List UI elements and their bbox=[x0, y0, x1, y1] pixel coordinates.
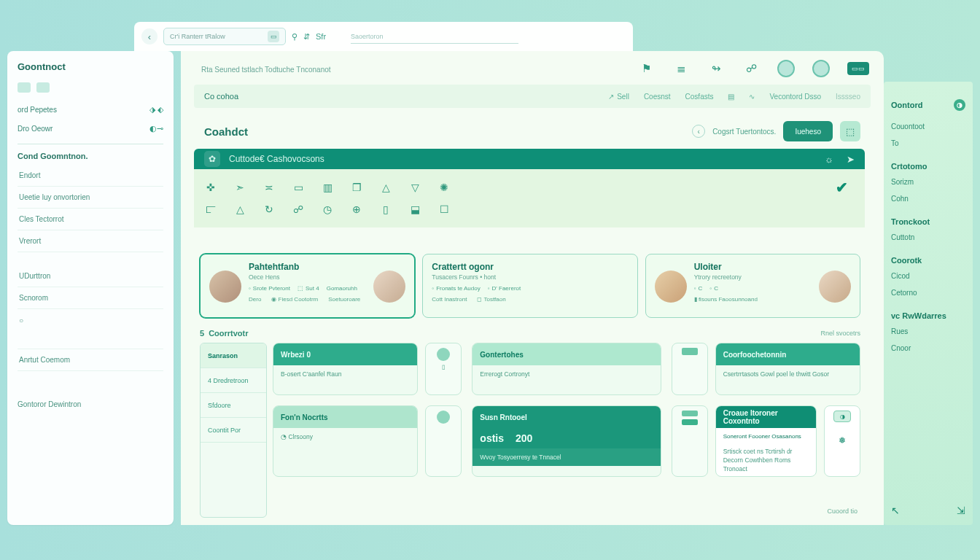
control-chip[interactable] bbox=[36, 82, 50, 93]
cart-icon[interactable]: ☍ bbox=[742, 60, 760, 77]
section-link[interactable]: Rnel svocetrs bbox=[820, 330, 860, 337]
left-list-item[interactable]: Anrtut Coemom bbox=[18, 349, 163, 371]
tile[interactable]: Coorfoochetonnin Csertrrtasots Gowl poel… bbox=[715, 343, 860, 395]
search-input[interactable]: Saoertoron bbox=[351, 29, 518, 44]
refresh-icon[interactable]: ↻ bbox=[262, 203, 276, 216]
address-cap-icon[interactable]: ▭ bbox=[268, 31, 279, 42]
context-action[interactable]: ▤ bbox=[728, 93, 734, 101]
avatar-1[interactable] bbox=[777, 60, 795, 77]
tile[interactable]: Fon'n Nocrtts ◔ Clrsoony bbox=[273, 405, 418, 477]
profile-card[interactable]: Pahtehtfanb Oece Hens ◦ Srote Pvteront ⬚… bbox=[200, 254, 415, 318]
rail-title-icon[interactable]: ◑ bbox=[954, 99, 965, 111]
flag-icon[interactable]: ⚑ bbox=[637, 60, 655, 77]
copy-icon[interactable]: ❐ bbox=[350, 181, 363, 194]
rail-item[interactable]: Cnoor bbox=[891, 340, 965, 357]
side-tile[interactable]: ▯ bbox=[425, 343, 462, 395]
card-chip: ◦ Srote Pvteront bbox=[249, 285, 290, 292]
download-icon[interactable]: ⬓ bbox=[408, 203, 421, 216]
left-nav-item[interactable]: Dro Oeowr ◐⊸ bbox=[18, 119, 163, 138]
side-tile[interactable] bbox=[425, 405, 462, 477]
mini-nav-item[interactable]: 4 Dredretroon bbox=[201, 368, 266, 393]
left-list-item[interactable]: Vrerort bbox=[18, 230, 163, 252]
left-list-item[interactable]: Cles Tectorrot bbox=[18, 209, 163, 230]
bell-icon[interactable]: △ bbox=[379, 181, 392, 194]
mini-nav-item[interactable]: Sanrason bbox=[201, 343, 266, 368]
fish-icon: ◐⊸ bbox=[149, 124, 163, 133]
rail-back-icon[interactable]: ↖ bbox=[891, 505, 900, 516]
ribbon-action-sun-icon[interactable]: ☼ bbox=[825, 154, 833, 165]
card-icon[interactable]: ▭ bbox=[292, 181, 305, 194]
tile-area: Sanrason 4 Dredretroon Sfdoore Coontit P… bbox=[200, 343, 860, 518]
cart-icon[interactable]: ☐ bbox=[438, 203, 451, 216]
tile[interactable]: Susn Rntooel ostis200 Wvoy Tosyoerresy t… bbox=[472, 405, 661, 477]
control-chip[interactable] bbox=[18, 82, 31, 93]
avatar bbox=[209, 271, 241, 303]
mini-nav-item[interactable]: Coontit Por bbox=[201, 418, 266, 443]
warning-icon[interactable]: △ bbox=[233, 203, 246, 216]
rail-group: Crtotomo bbox=[891, 162, 965, 171]
avatar-2[interactable] bbox=[812, 60, 830, 77]
rail-item[interactable]: Sorizm bbox=[891, 174, 965, 190]
rail-item[interactable]: Cuttotn bbox=[891, 229, 965, 246]
left-list-item[interactable]: UDurttron bbox=[18, 265, 163, 287]
side-tile[interactable]: ◑ ❅ bbox=[824, 405, 860, 477]
rail-item[interactable]: Cicod bbox=[891, 268, 965, 284]
tile[interactable]: Gontertohes Errerogt Cortronyt bbox=[472, 343, 661, 395]
side-tile[interactable] bbox=[672, 405, 708, 477]
left-list-item[interactable]: Ueetie luy onvortorien bbox=[18, 187, 163, 209]
column-icon[interactable]: ▥ bbox=[321, 181, 334, 194]
left-list-item[interactable]: Scnorom bbox=[18, 287, 163, 309]
sparkle-icon[interactable]: ✺ bbox=[438, 181, 451, 194]
back-button[interactable]: ‹ bbox=[141, 28, 158, 44]
card-name: Pahtehtfanb bbox=[249, 262, 366, 272]
left-nav-item[interactable]: ord Pepetes ⬗ ⬖ bbox=[18, 100, 163, 119]
address-bar[interactable]: Cr'i Ranterr tRalow ▭ bbox=[163, 28, 286, 45]
left-nav-label: ord Pepetes bbox=[18, 106, 57, 114]
rail-item[interactable]: Cohn bbox=[891, 190, 965, 207]
filter-icon[interactable]: ≍ bbox=[262, 181, 276, 194]
toolbar-chip[interactable]: Sfr bbox=[316, 32, 326, 41]
ribbon-action-send-icon[interactable]: ➤ bbox=[847, 154, 855, 165]
people-icon[interactable]: ☍ bbox=[292, 203, 305, 216]
chart-icon[interactable]: ⫍ bbox=[204, 203, 217, 216]
profile-card[interactable]: Crattertt ogonr Tusacers Founrs • hont ◦… bbox=[422, 254, 637, 318]
context-action[interactable]: Coesnst bbox=[644, 93, 671, 101]
redo-icon[interactable]: ↬ bbox=[707, 60, 725, 77]
rail-item[interactable]: Couontoot bbox=[891, 118, 965, 135]
badge[interactable]: ▭▭ bbox=[847, 62, 869, 75]
toolbar-chip[interactable]: ⇵ bbox=[303, 32, 310, 42]
globe-icon[interactable]: ⊕ bbox=[350, 203, 363, 216]
avatar bbox=[373, 271, 405, 303]
tag-icon[interactable]: ✜ bbox=[204, 181, 217, 194]
card-foot: ◉ Fiesd Coototrm bbox=[271, 296, 318, 303]
left-list-item[interactable]: Endort bbox=[18, 165, 163, 187]
rail-item[interactable]: Cetorno bbox=[891, 284, 965, 301]
side-tile[interactable] bbox=[672, 343, 708, 395]
funnel-icon[interactable]: ▽ bbox=[408, 181, 421, 194]
mini-nav-item[interactable]: Sfdoore bbox=[201, 393, 266, 418]
context-action[interactable]: Vecontord Dsso bbox=[769, 93, 821, 101]
rail-item[interactable]: Rues bbox=[891, 323, 965, 340]
rail-pin-icon[interactable]: ⇲ bbox=[957, 505, 965, 516]
tile[interactable]: Croaue Itoroner Coxontnto Soneront Fooon… bbox=[715, 405, 817, 477]
tile[interactable]: Wrbezi 0 B-osert C'aanfel Raun bbox=[273, 343, 418, 395]
doc-icon[interactable]: ▯ bbox=[379, 203, 392, 216]
list-icon[interactable]: ≣ bbox=[672, 60, 690, 77]
context-action[interactable]: ∿ bbox=[749, 93, 755, 101]
rail-item[interactable]: To bbox=[891, 135, 965, 152]
prev-button[interactable]: ‹ bbox=[692, 125, 705, 138]
context-action[interactable]: ↗ Sell bbox=[608, 93, 629, 101]
icon-row-2: ⫍ △ ↻ ☍ ◷ ⊕ ▯ ⬓ ☐ bbox=[204, 198, 855, 220]
context-action[interactable]: Isssseo bbox=[836, 93, 860, 101]
bar-icon bbox=[682, 348, 698, 355]
primary-button[interactable]: Iueheso bbox=[783, 121, 833, 141]
send-icon[interactable]: ➣ bbox=[233, 181, 246, 194]
secondary-icon-button[interactable]: ⬚ bbox=[840, 121, 860, 141]
context-action[interactable]: Cosfasts bbox=[685, 93, 714, 101]
card-foot: ▮ fisouns Faoosunnoand bbox=[694, 296, 758, 303]
left-list-item[interactable]: ○ bbox=[18, 309, 163, 331]
clock-icon[interactable]: ◷ bbox=[321, 203, 334, 216]
ribbon: ✿ Cuttode€ Cashovocsons ☼ ➤ bbox=[194, 149, 865, 169]
toolbar-chip[interactable]: ⚲ bbox=[292, 32, 298, 42]
profile-card[interactable]: Uloiter Ytrory recreetony ◦ C ◦ C ▮ fiso… bbox=[645, 254, 860, 318]
